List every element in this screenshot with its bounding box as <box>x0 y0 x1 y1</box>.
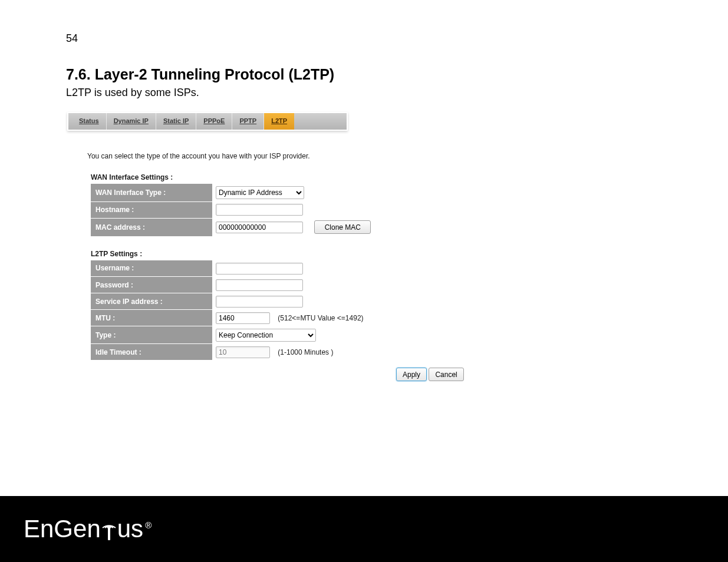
tab-status[interactable]: Status <box>68 113 107 130</box>
wan-section-title: WAN Interface Settings : <box>91 173 467 181</box>
page-number: 54 <box>66 32 728 45</box>
router-screenshot: Status Dynamic IP Static IP PPPoE PPTP L… <box>66 112 467 381</box>
password-label: Password : <box>91 277 212 293</box>
l2tp-settings-table: Username : Password : Service IP address… <box>91 260 364 361</box>
engenius-logo: EnGen us ® <box>24 517 151 541</box>
tab-pppoe[interactable]: PPPoE <box>196 113 232 130</box>
mtu-input[interactable] <box>216 312 270 324</box>
username-label: Username : <box>91 260 212 277</box>
clone-mac-button[interactable]: Clone MAC <box>314 220 371 234</box>
mtu-label: MTU : <box>91 310 212 326</box>
registered-icon: ® <box>145 520 151 530</box>
apply-button[interactable]: Apply <box>396 368 427 381</box>
hostname-label: Hostname : <box>91 201 212 218</box>
tab-description: You can select the type of the account y… <box>87 152 467 160</box>
wan-type-tabs: Status Dynamic IP Static IP PPPoE PPTP L… <box>67 112 348 131</box>
service-ip-input[interactable] <box>216 296 303 308</box>
tab-l2tp[interactable]: L2TP <box>264 113 294 130</box>
l2tp-section-title: L2TP Settings : <box>91 250 467 258</box>
wan-settings-table: WAN Interface Type : Dynamic IP Address … <box>91 184 371 237</box>
password-input[interactable] <box>216 279 303 291</box>
tab-dynamic-ip[interactable]: Dynamic IP <box>107 113 156 130</box>
connection-type-select[interactable]: Keep Connection <box>216 329 316 342</box>
section-intro: L2TP is used by some ISPs. <box>66 87 728 99</box>
mac-label: MAC address : <box>91 218 212 236</box>
page-footer: EnGen us ® <box>0 496 728 562</box>
service-ip-label: Service IP address : <box>91 293 212 310</box>
section-heading: 7.6. Layer-2 Tunneling Protocol (L2TP) <box>66 66 728 83</box>
hostname-input[interactable] <box>216 204 303 216</box>
idle-range-note: (1-1000 Minutes ) <box>278 348 333 356</box>
tab-pptp[interactable]: PPTP <box>232 113 264 130</box>
cancel-button[interactable]: Cancel <box>429 368 463 381</box>
mtu-range-note: (512<=MTU Value <=1492) <box>278 314 363 322</box>
idle-timeout-input[interactable] <box>216 346 270 358</box>
wan-iface-type-select[interactable]: Dynamic IP Address <box>216 186 304 199</box>
wifi-icon <box>101 518 117 540</box>
tab-static-ip[interactable]: Static IP <box>156 113 196 130</box>
mac-input[interactable] <box>216 222 303 233</box>
idle-timeout-label: Idle Timeout : <box>91 344 212 361</box>
type-label: Type : <box>91 326 212 344</box>
wan-iface-type-label: WAN Interface Type : <box>91 184 212 201</box>
username-input[interactable] <box>216 263 303 275</box>
